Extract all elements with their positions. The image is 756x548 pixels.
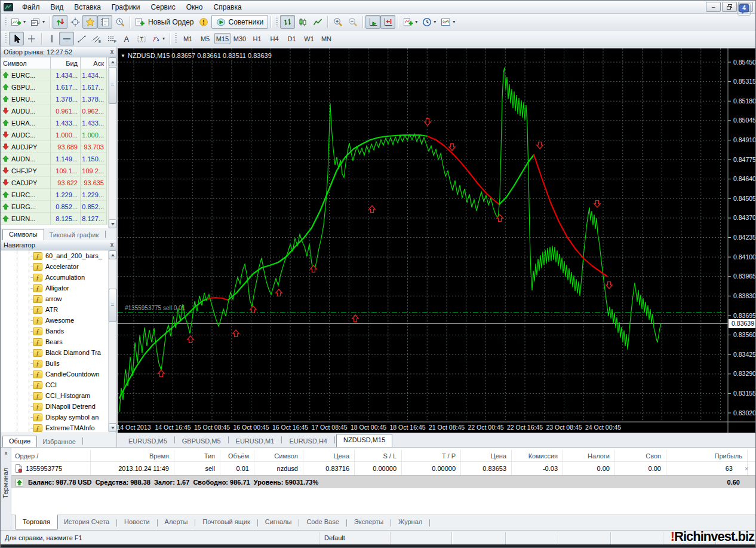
navigator-item[interactable]: ƒ60_and_200_bars_ — [1, 250, 116, 261]
terminal-tab-1[interactable]: История Счета — [58, 515, 115, 528]
mw-column-2[interactable]: Аск — [81, 57, 107, 69]
chart-bars-button[interactable] — [280, 15, 295, 29]
metaeditor-button[interactable] — [196, 15, 211, 29]
market-watch-row[interactable]: EURN...8.125...8.127... — [1, 213, 116, 225]
expert-advisors-button[interactable]: Советники — [211, 15, 269, 29]
market-watch-row[interactable]: EURC...1.434...1.434... — [1, 69, 116, 81]
chart-tab-4[interactable]: NZDUSD,M15 — [336, 434, 392, 447]
market-watch-row[interactable]: AUDU...0.961...0.962... — [1, 105, 116, 117]
market-watch-row[interactable]: AUDC...1.000...1.000... — [1, 129, 116, 141]
fibonacci-button[interactable]: F — [104, 32, 119, 45]
terminal-tab-7[interactable]: Эксперты — [348, 515, 389, 528]
new-chart-button[interactable]: ▾ — [9, 15, 28, 29]
text-button[interactable]: A — [119, 32, 134, 45]
mw-column-0[interactable]: Символ — [1, 57, 51, 69]
terminal-tab-4[interactable]: Почтовый ящик — [196, 515, 256, 528]
navigator-item[interactable]: ƒDisplay symbol an — [1, 412, 116, 423]
chart-candles-button[interactable] — [295, 15, 310, 29]
navigator-item[interactable]: ƒExtremeTMAInfo — [1, 423, 116, 432]
timeframe-MN[interactable]: MN — [318, 33, 334, 44]
market-watch-row[interactable]: GBPU...1.617...1.617... — [1, 81, 116, 93]
close-icon[interactable]: x — [110, 49, 113, 55]
navigator-item[interactable]: ƒAccelerator — [1, 261, 116, 272]
menu-item-help[interactable]: Справка — [208, 2, 247, 13]
auto-scroll-button[interactable] — [365, 15, 380, 29]
mql4-community-icon[interactable]: 4 — [737, 2, 751, 16]
vertical-line-button[interactable] — [44, 32, 59, 45]
market-watch-tab-0[interactable]: Символы — [2, 229, 44, 240]
navigator-item[interactable]: ƒBands — [1, 326, 116, 336]
data-window-button[interactable] — [67, 15, 82, 29]
navigator-item[interactable]: ƒAccumulation — [1, 272, 116, 283]
timeframe-W1[interactable]: W1 — [301, 33, 317, 44]
terminal-column-type[interactable]: Тип — [174, 450, 220, 461]
chart-tab-1[interactable]: GBPUSD,M5 — [176, 436, 227, 447]
arrows-tool-button[interactable]: ▾ — [149, 32, 167, 45]
strategy-tester-button[interactable] — [112, 15, 127, 29]
navigator-item[interactable]: ƒCCI_Histogram — [1, 390, 116, 401]
menu-item-view[interactable]: Вид — [45, 2, 69, 13]
order-row[interactable]: × 13559537752013.10.24 11:49sell0.01nzdu… — [11, 462, 755, 475]
templates-button[interactable]: ▾ — [438, 15, 457, 29]
terminal-column-price-open[interactable]: Цена — [303, 450, 354, 461]
navigator-tab-0[interactable]: Общие — [2, 436, 37, 447]
scroll-down-button[interactable] — [109, 423, 116, 432]
menu-item-insert[interactable]: Вставка — [69, 2, 106, 13]
market-watch-row[interactable]: CHFJPY109.1...109.2... — [1, 165, 116, 177]
navigator-item[interactable]: ƒBulls — [1, 358, 116, 369]
new-order-button[interactable]: Новый Ордер — [133, 15, 196, 29]
zoom-in-button[interactable] — [330, 15, 345, 29]
timeframe-D1[interactable]: D1 — [284, 33, 300, 44]
timeframe-M30[interactable]: M30 — [232, 33, 248, 44]
terminal-tab-5[interactable]: Сигналы — [259, 515, 298, 528]
terminal-tab-0[interactable]: Торговля — [15, 515, 58, 529]
scroll-up-button[interactable] — [109, 57, 116, 66]
terminal-column-swap[interactable]: Своп — [614, 450, 666, 461]
menu-item-file[interactable]: Файл — [17, 2, 45, 13]
text-label-button[interactable]: T — [134, 32, 149, 45]
terminal-column-price-current[interactable]: Цена — [460, 450, 511, 461]
market-watch-row[interactable]: EURU...1.378...1.378... — [1, 93, 116, 105]
profile-selector[interactable]: Default — [324, 534, 345, 541]
market-watch-row[interactable]: AUDJPY93.68993.703 — [1, 141, 116, 153]
terminal-column-commission[interactable]: Комиссия — [511, 450, 563, 461]
terminal-column-symbol[interactable]: Символ — [254, 450, 303, 461]
chart-area[interactable]: 0.854500.853150.851800.850450.849100.847… — [118, 48, 756, 433]
scroll-down-button[interactable] — [109, 219, 116, 228]
terminal-column-volume[interactable]: Объём — [220, 450, 254, 461]
terminal-tab-8[interactable]: Журнал — [392, 515, 428, 528]
restore-button[interactable] — [722, 2, 737, 12]
chart-line-button[interactable] — [310, 15, 325, 29]
close-icon[interactable]: x — [2, 449, 10, 457]
equidistant-channel-button[interactable]: E — [89, 32, 104, 45]
minimize-button[interactable]: – — [706, 2, 721, 12]
market-watch-toggle-button[interactable] — [53, 15, 67, 29]
chart-tab-2[interactable]: EURUSD,M1 — [230, 436, 281, 447]
mw-column-1[interactable]: Бид — [51, 57, 81, 69]
crosshair-button[interactable] — [24, 32, 39, 45]
menu-item-window[interactable]: Окно — [181, 2, 208, 13]
terminal-tab-2[interactable]: Новости — [118, 515, 156, 528]
terminal-column-profit[interactable]: Прибыль — [666, 450, 747, 461]
terminal-column-tp[interactable]: T / P — [401, 450, 460, 461]
navigator-item[interactable]: ƒDiNapoli Detrend — [1, 401, 116, 412]
chart-shift-button[interactable] — [380, 15, 395, 29]
trendline-button[interactable] — [74, 32, 89, 45]
navigator-item[interactable]: ƒCandleCountdown — [1, 369, 116, 379]
navigator-toggle-button[interactable] — [82, 15, 97, 29]
horizontal-line-button[interactable] — [59, 32, 74, 45]
scrollbar-thumb[interactable] — [109, 67, 116, 104]
navigator-item[interactable]: ƒAlligator — [1, 283, 116, 293]
navigator-item[interactable]: ƒCCI — [1, 379, 116, 390]
chart-tab-0[interactable]: EURUSD,M5 — [122, 436, 173, 447]
market-watch-row[interactable]: CADJPY93.62293.635 — [1, 177, 116, 189]
terminal-column-order[interactable]: Ордер / — [11, 450, 90, 461]
timeframe-M1[interactable]: M1 — [180, 33, 196, 44]
navigator-scrollbar[interactable] — [108, 250, 116, 432]
profiles-button[interactable]: ▾ — [28, 15, 47, 29]
terminal-tab-3[interactable]: Алерты — [159, 515, 194, 528]
periods-button[interactable]: ▾ — [420, 15, 438, 29]
timeframe-M5[interactable]: M5 — [197, 33, 213, 44]
close-icon[interactable]: x — [110, 242, 113, 248]
market-watch-scrollbar[interactable] — [108, 57, 116, 228]
